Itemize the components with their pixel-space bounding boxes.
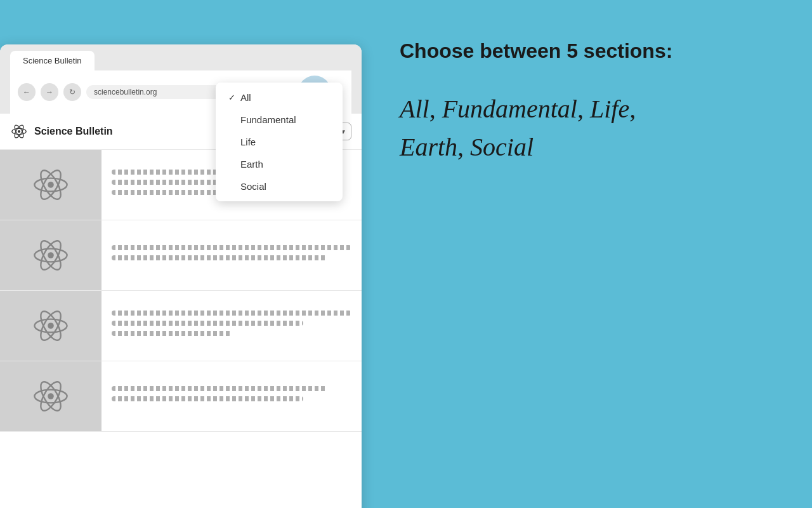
article-thumb-icon [30,376,71,417]
address-text: sciencebulletin.org [94,88,157,97]
app-logo-icon [10,123,28,140]
svg-point-24 [48,393,54,399]
article-desc-line1 [112,321,303,326]
promo-title: Choose between 5 sections: [400,38,774,65]
article-title-line [112,386,327,391]
right-panel: Choose between 5 sections: All, Fundamen… [362,0,812,508]
dropdown-item-life[interactable]: ✓ Life [216,131,343,153]
dropdown-item-all[interactable]: ✓ All [216,86,343,109]
article-text-area [102,236,362,274]
app-title: Science Bulletin [34,126,113,137]
dropdown-label-all: All [240,92,251,103]
svg-point-8 [18,130,20,133]
article-text-area [102,302,362,350]
dropdown-label-life: Life [240,137,256,147]
article-item[interactable] [0,220,362,291]
article-desc-line1 [112,255,327,260]
article-desc-line1 [112,396,303,401]
article-title-line [112,311,351,316]
svg-point-12 [48,182,54,188]
back-button[interactable]: ← [18,83,36,101]
dropdown-label-fundamental: Fundamental [240,114,296,125]
app-title-area: Science Bulletin [10,123,113,140]
article-thumbnail [0,361,102,431]
left-panel: Science Bulletin ← → ↻ sciencebulletin.o… [0,0,362,508]
app-window: Science Bulletin ← → ↻ sciencebulletin.o… [0,44,362,508]
dropdown-item-fundamental[interactable]: ✓ Fundamental [216,109,343,131]
tab-label: Science Bulletin [23,56,82,65]
dropdown-item-social[interactable]: ✓ Social [216,175,343,197]
article-thumbnail [0,220,102,290]
browser-tabs: Science Bulletin [10,51,351,70]
article-text-area [102,377,362,415]
browser-tab-active[interactable]: Science Bulletin [10,51,95,70]
checkmark-icon: ✓ [228,93,235,102]
article-thumbnail [0,291,102,361]
promo-subtitle-line2: Earth, Social [400,133,534,161]
article-thumb-icon [30,305,71,346]
dropdown-label-earth: Earth [240,159,263,170]
dropdown-label-social: Social [240,181,266,192]
promo-subtitle-line1: All, Fundamental, Life, [400,95,636,123]
svg-point-20 [48,323,54,329]
filter-dropdown[interactable]: ✓ All ✓ Fundamental ✓ Life ✓ Earth ✓ S [216,83,343,201]
forward-button[interactable]: → [41,83,58,101]
article-desc-line2 [112,331,232,336]
dropdown-item-earth[interactable]: ✓ Earth [216,153,343,175]
app-content: Science Bulletin All Fundamental Life Ea… [0,114,362,508]
article-thumbnail [0,150,102,220]
article-thumb-icon [30,235,71,276]
svg-point-16 [48,252,54,258]
article-title-line [112,245,351,250]
reload-button[interactable]: ↻ [63,83,81,101]
promo-subtitle: All, Fundamental, Life, Earth, Social [400,90,774,166]
article-item[interactable] [0,361,362,432]
article-item[interactable] [0,291,362,361]
article-thumb-icon [30,164,71,205]
